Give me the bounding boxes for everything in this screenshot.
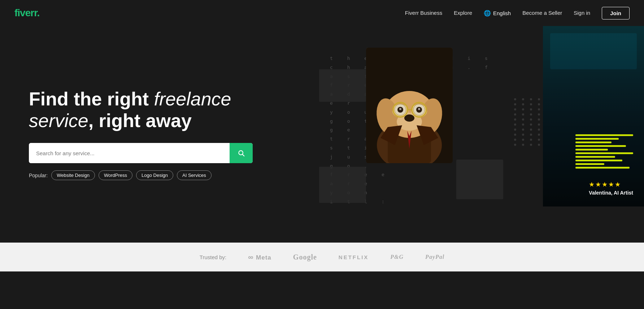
dog-illustration xyxy=(366,48,453,163)
search-input[interactable] xyxy=(29,143,230,163)
tag-logo-design[interactable]: Logo Design xyxy=(136,170,173,180)
svg-point-21 xyxy=(399,108,401,110)
brand-meta: ∞ Meta xyxy=(248,253,271,261)
popular-tags: Popular: Website Design WordPress Logo D… xyxy=(29,170,253,180)
popular-label: Popular: xyxy=(29,173,48,178)
language-label: English xyxy=(493,10,511,16)
logo[interactable]: fiverr. xyxy=(14,7,39,19)
tag-ai-services[interactable]: AI Services xyxy=(177,170,212,180)
dog-card xyxy=(366,48,453,163)
meta-symbol: ∞ xyxy=(248,253,256,261)
tag-wordpress[interactable]: WordPress xyxy=(99,170,132,180)
grid-square-2 xyxy=(319,167,366,203)
grid-square-1 xyxy=(319,69,366,102)
brand-pg: P&G xyxy=(390,254,404,260)
trusted-label: Trusted by: xyxy=(200,254,226,260)
svg-point-0 xyxy=(239,151,243,155)
right-panel-glow xyxy=(550,33,637,69)
grid-square-3 xyxy=(456,160,503,199)
hero-visual: t h e w o r l d i sc h a n g i n g . fa … xyxy=(319,26,644,243)
star-rating: ★★★★★ xyxy=(589,180,633,188)
artist-info: ★★★★★ Valentina, AI Artist xyxy=(589,180,633,196)
svg-point-23 xyxy=(418,108,420,110)
navbar: fiverr. Fiverr Business Explore 🌐 Englis… xyxy=(0,0,644,26)
nav-fiverr-business[interactable]: Fiverr Business xyxy=(405,10,442,16)
join-button[interactable]: Join xyxy=(602,7,630,19)
nav-explore[interactable]: Explore xyxy=(454,10,472,16)
trusted-bar: Trusted by: ∞ Meta Google NETFLIX P&G Pa… xyxy=(0,243,644,271)
hero-section: Find the right freelance service, right … xyxy=(0,26,644,243)
search-icon xyxy=(238,149,245,157)
logo-dot: . xyxy=(37,7,40,18)
svg-line-1 xyxy=(243,154,244,156)
artist-name: Valentina, AI Artist xyxy=(589,190,633,196)
nav-become-seller[interactable]: Become a Seller xyxy=(522,10,562,16)
dot-grid xyxy=(514,98,543,146)
signin-button[interactable]: Sign in xyxy=(574,10,590,16)
nav-links: Fiverr Business Explore 🌐 English Become… xyxy=(405,7,630,19)
hero-content: Find the right freelance service, right … xyxy=(0,88,253,180)
brand-paypal: PayPal xyxy=(425,254,444,260)
logo-text: fiverr xyxy=(14,7,37,18)
globe-icon: 🌐 xyxy=(484,10,491,17)
tag-website-design[interactable]: Website Design xyxy=(51,170,95,180)
brand-google: Google xyxy=(293,253,317,261)
search-button[interactable] xyxy=(230,143,253,163)
brand-netflix: NETFLIX xyxy=(339,254,369,260)
code-lines xyxy=(575,134,633,169)
right-panel xyxy=(543,26,644,206)
hero-title: Find the right freelance service, right … xyxy=(29,88,253,132)
search-bar xyxy=(29,143,253,163)
nav-language[interactable]: 🌐 English xyxy=(484,10,511,17)
